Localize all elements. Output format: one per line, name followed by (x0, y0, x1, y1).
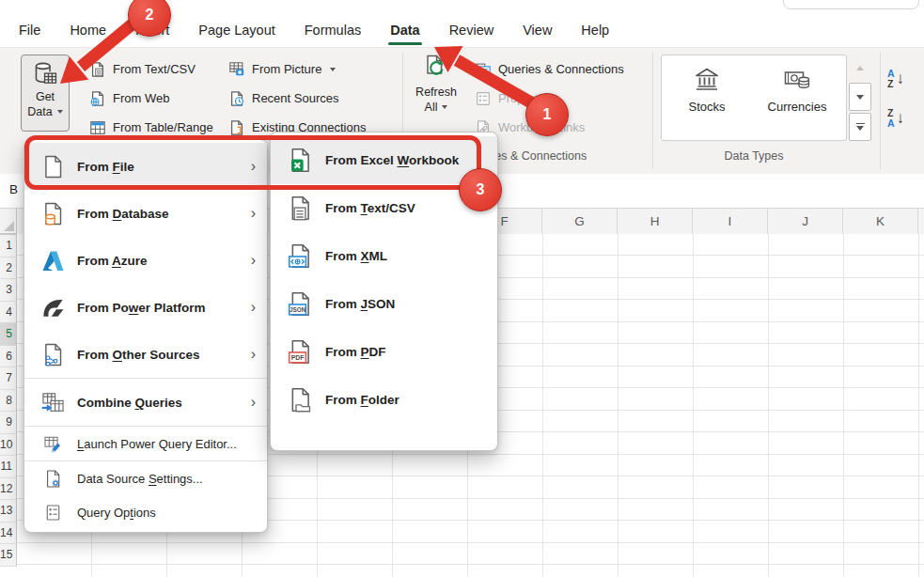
submenu-item[interactable]: From XML (271, 232, 497, 280)
refresh-label-2: All (425, 100, 438, 115)
row-header[interactable]: 11 (0, 456, 17, 478)
menu-item-label: Data Source Settings... (77, 472, 203, 486)
submenu-item-label: From XML (325, 249, 387, 263)
ribbon-button[interactable]: Recent Sources (228, 88, 366, 108)
row-header[interactable]: 12 (0, 478, 17, 501)
sort-az-icon: AZ (887, 69, 895, 89)
ribbon-button[interactable]: From Picture (228, 59, 366, 79)
menu-item[interactable]: Combine Queries › (24, 378, 267, 426)
currencies-icon (783, 65, 811, 93)
power-icon (38, 295, 68, 320)
chevron-down-icon (330, 68, 336, 71)
menu-item[interactable]: Launch Power Query Editor... › (24, 426, 267, 460)
select-all-triangle-icon (4, 221, 14, 231)
row-header[interactable]: 2 (0, 257, 17, 280)
qc16-icon (475, 61, 492, 78)
row-header[interactable]: 9 (0, 412, 17, 434)
submenu-item[interactable]: JSON From JSON (271, 280, 497, 328)
menu-item[interactable]: From Azure › (24, 237, 267, 284)
chevron-right-icon: › (251, 394, 256, 411)
column-header[interactable]: I (693, 209, 768, 234)
ribbon-tab[interactable]: Data (390, 23, 419, 38)
ribbon-button[interactable]: Queries & Connections (475, 59, 624, 79)
row-header[interactable]: 13 (0, 500, 17, 522)
sort-za-icon: ZA (887, 108, 895, 129)
menu-item-label: Combine Queries (77, 396, 182, 410)
menu-item-label: From Other Sources (77, 348, 200, 362)
data-type-item[interactable]: Currencies (752, 55, 842, 140)
get-data-label-2: Data (27, 104, 52, 119)
pic16-icon (228, 61, 245, 78)
gallery-scroll-up-button[interactable] (849, 55, 871, 81)
sort-descending-button[interactable]: ZA ↓ (887, 108, 904, 129)
chevron-right-icon: › (251, 252, 256, 269)
menu-item[interactable]: Query Options › (24, 495, 267, 529)
ribbon-tab[interactable]: Home (70, 23, 106, 38)
step-badge-3: 3 (459, 168, 502, 211)
ribbon-tab[interactable]: Review (449, 23, 494, 38)
group-separator (880, 53, 881, 169)
name-box[interactable]: B (9, 182, 18, 196)
get-transform-column-1: From Text/CSV From Web From Table/Range (89, 59, 213, 137)
row-header[interactable]: 5 (0, 323, 17, 346)
menu-item[interactable]: Data Source Settings... › (24, 460, 267, 495)
settings-icon (38, 469, 68, 489)
ribbon-tab[interactable]: Page Layout (198, 23, 274, 38)
row-header[interactable]: 10 (0, 434, 17, 457)
ribbon-tab[interactable]: File (19, 23, 40, 38)
prop16-icon (475, 90, 492, 107)
svg-text:JSON: JSON (289, 306, 305, 313)
row-header[interactable]: 3 (0, 279, 17, 302)
menu-item-label: Launch Power Query Editor... (77, 437, 237, 451)
menu-item-label: From Power Platform (77, 301, 206, 315)
sort-ascending-button[interactable]: AZ ↓ (887, 69, 904, 89)
column-header[interactable]: H (618, 209, 693, 234)
menu-item[interactable]: From Database › (24, 190, 267, 237)
menu-item[interactable]: From Other Sources › (24, 331, 267, 378)
gallery-scroll-down-button[interactable] (849, 83, 871, 111)
row-header[interactable]: 14 (0, 522, 17, 545)
ribbon-button[interactable]: From Text/CSV (89, 59, 213, 79)
ribbon-tab[interactable]: Help (581, 23, 609, 38)
chevron-down-icon (856, 95, 864, 100)
ribbon-button-label: Queries & Connections (498, 62, 624, 76)
ribbon-button-label: From Web (113, 91, 169, 105)
ribbon-button-label: From Table/Range (113, 120, 213, 134)
submenu-item[interactable]: PDF From PDF (271, 328, 497, 376)
row-header[interactable]: 15 (0, 544, 17, 567)
stocks-icon (693, 65, 721, 93)
database-icon (38, 201, 68, 226)
refresh-all-button[interactable]: Refresh All (410, 54, 462, 136)
ribbon-tab[interactable]: Formulas (305, 23, 361, 38)
menu-item-label: From File (77, 160, 134, 174)
submenu-item[interactable]: From Folder (271, 376, 497, 424)
menu-item-label: From Azure (77, 254, 148, 268)
data-type-item[interactable]: Stocks (662, 55, 752, 140)
combine-icon (38, 390, 68, 415)
menu-item[interactable]: From Power Platform › (24, 284, 267, 331)
pdf-icon: PDF (284, 338, 316, 366)
row-header[interactable]: 6 (0, 346, 17, 368)
gallery-more-button[interactable] (849, 113, 871, 141)
other-icon (38, 342, 68, 367)
row-header[interactable]: 8 (0, 390, 17, 413)
select-all-corner[interactable] (0, 209, 17, 234)
row-header[interactable]: 1 (0, 235, 17, 257)
column-header[interactable]: J (768, 209, 843, 234)
row-header[interactable]: 7 (0, 367, 17, 390)
chevron-down-icon (442, 105, 447, 109)
column-header[interactable]: K (843, 209, 918, 234)
get-transform-column-2: From Picture Recent Sources Existing Con… (228, 59, 366, 137)
row-header[interactable]: 4 (0, 302, 17, 324)
ribbon-button[interactable]: From Web (89, 88, 213, 108)
ribbon-button[interactable]: From Table/Range (89, 117, 213, 137)
ribbon-tab[interactable]: View (523, 23, 552, 38)
group-label-data-types: Data Types (661, 149, 847, 163)
ribbon-button-label: Recent Sources (252, 91, 339, 105)
menu-item[interactable]: From File › (24, 143, 267, 190)
submenu-item-label: From Text/CSV (325, 201, 415, 215)
file-icon (38, 154, 68, 179)
get-data-button[interactable]: Get Data (21, 55, 70, 132)
column-header[interactable]: G (542, 209, 618, 234)
chevron-down-icon (57, 110, 63, 114)
